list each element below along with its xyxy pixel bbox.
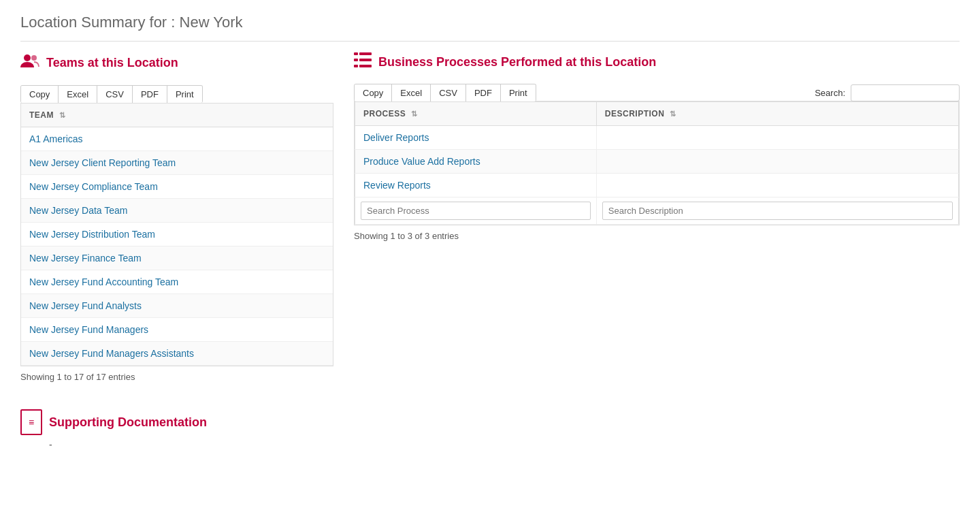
team-link[interactable]: New Jersey Fund Managers [29,324,148,335]
process-search-cell [355,197,597,225]
team-link[interactable]: New Jersey Compliance Team [29,181,158,192]
svg-rect-2 [354,52,358,55]
svg-rect-6 [354,65,358,67]
supporting-dash: - [49,439,960,450]
process-sort-icon[interactable]: ⇅ [411,110,418,118]
team-row: New Jersey Compliance Team [21,175,333,199]
team-row: New Jersey Fund Accounting Team [21,270,333,294]
team-link[interactable]: A1 Americas [29,133,83,144]
processes-copy-button[interactable]: Copy [355,84,392,101]
svg-rect-5 [359,59,372,61]
svg-rect-7 [359,65,372,67]
svg-point-1 [31,55,37,61]
processes-entries-text: Showing 1 to 3 of 3 entries [354,231,960,241]
processes-title: Business Processes Performed at this Loc… [378,55,656,69]
process-description [596,126,958,150]
team-row: New Jersey Client Reporting Team [21,151,333,175]
teams-panel: Teams at this Location Copy Excel CSV PD… [20,52,333,382]
processes-panel: Business Processes Performed at this Loc… [354,52,960,241]
process-description [596,150,958,174]
teams-toolbar: Copy Excel CSV PDF Print [20,85,203,103]
process-link[interactable]: Deliver Reports [363,132,429,143]
process-row: Produce Value Add Reports [355,150,959,174]
teams-column-header: TEAM ⇅ [21,104,333,127]
teams-section-header: Teams at this Location [20,52,333,73]
teams-table: TEAM ⇅ A1 AmericasNew Jersey Client Repo… [21,104,333,366]
supporting-header: Supporting Documentation [20,409,960,435]
search-description-input[interactable] [602,202,953,220]
process-link[interactable]: Produce Value Add Reports [363,156,480,167]
processes-toolbar: Copy Excel CSV PDF Print [354,84,536,101]
team-link[interactable]: New Jersey Distribution Team [29,229,155,240]
search-process-input[interactable] [361,202,591,220]
team-link[interactable]: New Jersey Fund Analysts [29,300,142,311]
supporting-doc-icon [20,409,42,435]
teams-copy-button[interactable]: Copy [21,86,59,103]
processes-search-group: Search: [815,84,960,101]
main-layout: Teams at this Location Copy Excel CSV PD… [20,52,960,382]
team-row: New Jersey Finance Team [21,247,333,270]
process-row: Review Reports [355,174,959,197]
teams-title: Teams at this Location [46,56,178,70]
team-link[interactable]: New Jersey Finance Team [29,253,142,264]
team-row: A1 Americas [21,127,333,151]
description-column-header: DESCRIPTION ⇅ [596,102,958,126]
teams-table-wrapper[interactable]: TEAM ⇅ A1 AmericasNew Jersey Client Repo… [20,103,333,366]
processes-excel-button[interactable]: Excel [392,84,431,101]
description-search-cell [596,197,958,225]
process-description [596,174,958,197]
svg-point-0 [24,54,31,61]
process-column-header: PROCESS ⇅ [355,102,597,126]
team-sort-icon[interactable]: ⇅ [59,111,66,120]
team-row: New Jersey Distribution Team [21,223,333,247]
teams-pdf-button[interactable]: PDF [133,86,167,103]
processes-pdf-button[interactable]: PDF [466,84,501,101]
processes-icon [354,52,372,72]
team-link[interactable]: New Jersey Client Reporting Team [29,157,176,168]
process-row: Deliver Reports [355,126,959,150]
description-sort-icon[interactable]: ⇅ [670,110,676,118]
processes-search-row [355,197,959,225]
svg-rect-4 [354,59,358,61]
processes-section-header: Business Processes Performed at this Loc… [354,52,960,72]
supporting-section: Supporting Documentation - [20,402,960,450]
teams-excel-button[interactable]: Excel [59,86,97,103]
supporting-title: Supporting Documentation [49,415,207,430]
teams-entries-text: Showing 1 to 17 of 17 entries [20,372,333,382]
team-row: New Jersey Fund Managers [21,318,333,342]
processes-table-container: PROCESS ⇅ DESCRIPTION ⇅ Deliver ReportsP… [354,101,960,225]
teams-print-button[interactable]: Print [167,86,202,103]
svg-rect-3 [359,52,372,55]
team-link[interactable]: New Jersey Fund Managers Assistants [29,348,194,359]
teams-icon [20,52,39,73]
teams-csv-button[interactable]: CSV [97,86,133,103]
processes-csv-button[interactable]: CSV [431,84,466,101]
team-link[interactable]: New Jersey Data Team [29,205,127,216]
processes-print-button[interactable]: Print [501,84,536,101]
page-title: Location Summary for : New York [20,14,960,42]
team-row: New Jersey Fund Managers Assistants [21,342,333,366]
team-link[interactable]: New Jersey Fund Accounting Team [29,276,178,287]
process-link[interactable]: Review Reports [363,180,431,191]
search-label: Search: [815,88,845,98]
processes-table: PROCESS ⇅ DESCRIPTION ⇅ Deliver ReportsP… [355,101,959,225]
team-row: New Jersey Data Team [21,199,333,223]
team-row: New Jersey Fund Analysts [21,294,333,318]
processes-search-input[interactable] [851,84,960,101]
